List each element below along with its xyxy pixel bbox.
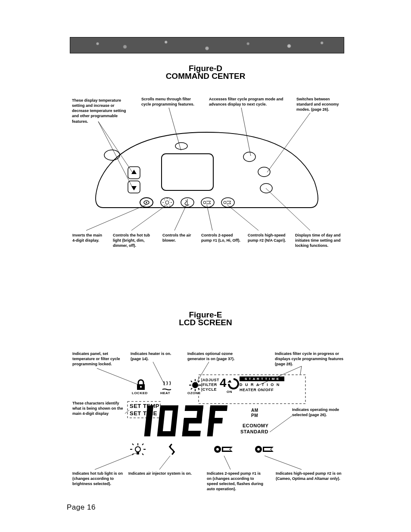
am-label: AM	[251, 408, 258, 413]
callout-locked: Indicates panel, set temperature or filt…	[72, 351, 124, 367]
cycle-label: CYCLE	[202, 387, 217, 392]
callout-heater: Indicates heater is on. (page 14).	[131, 351, 180, 361]
pump1-button[interactable]	[201, 198, 214, 207]
blank-left-button[interactable]	[104, 150, 120, 160]
callout-mode: Indicates operating mode selected (page …	[292, 407, 344, 417]
cycle-button[interactable]	[258, 167, 270, 177]
callout-time: Displays time of day and initiates time …	[295, 233, 345, 248]
svg-line-25	[164, 205, 165, 205]
svg-line-76	[142, 454, 143, 455]
callout-light: Controls the hot tub light (bright, dim,…	[113, 233, 156, 248]
ozone-icon	[189, 379, 202, 391]
time-button[interactable]	[260, 184, 272, 193]
lock-icon	[134, 379, 147, 391]
lcd-light-icon	[130, 443, 146, 457]
command-center-panel	[86, 130, 327, 221]
heat-label: HEAT	[160, 391, 170, 395]
svg-line-56	[198, 381, 199, 382]
standard-label: STANDARD	[240, 429, 268, 434]
locked-label: LOCKED	[132, 391, 148, 395]
callout-filter-program: Accesses filter cycle program mode and a…	[209, 96, 284, 107]
svg-line-37	[300, 366, 302, 374]
callout-chars: These characters identify what is being …	[72, 401, 124, 416]
svg-rect-64	[182, 431, 201, 436]
figure-e-subtitle: LCD SCREEN	[0, 318, 411, 327]
starttime-label: S T A R T T I M E	[240, 376, 284, 381]
lcd-pump2-icon	[253, 443, 277, 455]
svg-point-48	[192, 382, 198, 388]
page: Figure-D COMMAND CENTER These display te…	[0, 0, 411, 532]
on-label: ON	[227, 390, 232, 394]
svg-point-16	[146, 202, 147, 203]
lcd-pump1-icon	[212, 443, 236, 455]
svg-point-77	[169, 446, 171, 448]
invert-button[interactable]	[140, 198, 153, 207]
main-digits	[131, 402, 247, 441]
figure-d-subtitle: COMMAND CENTER	[0, 72, 411, 81]
svg-rect-11	[162, 154, 213, 190]
svg-point-30	[203, 201, 206, 204]
banner-image	[70, 37, 344, 53]
adjust-label: ADJUST	[202, 378, 219, 382]
callout-temperature: These display temperature setting and in…	[72, 98, 132, 124]
callout-lcd-pump1: Indicates 2-speed pump #1 is on (changes…	[207, 471, 265, 492]
svg-point-18	[165, 201, 169, 204]
callout-lcd-air: Indicates air injector system is on.	[128, 471, 197, 476]
callout-lcd-pump2: Indicates high-speed pump #2 is on (Came…	[276, 471, 345, 481]
svg-line-74	[142, 444, 143, 445]
svg-point-32	[224, 201, 226, 204]
duration-label: D U R A T I O N	[240, 383, 280, 387]
callout-ozone: Indicates optional ozone generator is on…	[187, 351, 243, 361]
svg-line-23	[164, 199, 165, 200]
callout-modes: Switches between standard and economy mo…	[296, 96, 344, 112]
svg-line-26	[169, 199, 170, 200]
lcd-screen: LOCKED HEAT OZONE ADJUST FILTER CYCLE | …	[128, 378, 283, 460]
page-number: Page 16	[67, 503, 96, 512]
svg-line-54	[198, 388, 199, 389]
select-button[interactable]	[175, 143, 187, 149]
svg-rect-66	[210, 405, 227, 411]
svg-point-78	[173, 451, 175, 453]
pm-label: PM	[251, 413, 258, 418]
svg-line-55	[191, 388, 192, 389]
svg-rect-67	[209, 418, 223, 423]
callout-invert: Inverts the main 4-digit display.	[72, 233, 103, 243]
lcd-air-icon	[165, 443, 178, 457]
blower-button[interactable]	[181, 198, 194, 207]
svg-point-47	[140, 386, 142, 388]
up-icon	[131, 170, 137, 174]
svg-line-73	[132, 444, 134, 445]
svg-rect-69	[137, 452, 139, 454]
cycle-number: 4	[220, 376, 227, 390]
callout-pump1: Controls 2-speed pump #1 (Lo, Hi, Off).	[201, 233, 242, 243]
callout-lcd-light: Indicates hot tub light is on (changes a…	[72, 471, 124, 486]
svg-point-68	[135, 447, 140, 452]
mode-button[interactable]	[243, 152, 255, 162]
svg-line-75	[132, 454, 134, 455]
pump2-button[interactable]	[221, 198, 234, 207]
svg-rect-57	[144, 405, 154, 436]
callout-scrolls-menu: Scrolls menu through filter cycle progra…	[141, 96, 199, 107]
callout-blower: Controls the air blower.	[162, 233, 197, 243]
light-button[interactable]	[161, 198, 174, 207]
filter-label: FILTER	[202, 383, 217, 387]
svg-point-80	[216, 448, 219, 451]
svg-line-53	[191, 381, 192, 382]
ozone-label: OZONE	[187, 391, 201, 395]
heat-icon	[160, 380, 173, 391]
svg-line-24	[169, 205, 170, 205]
svg-point-82	[257, 448, 260, 451]
cycle-arrow-icon	[227, 378, 240, 390]
economy-label: ECONOMY	[243, 423, 268, 428]
heateronoff-label: HEATER ON/OFF	[240, 388, 274, 392]
down-icon	[131, 186, 137, 190]
callout-pump2: Controls high-speed pump #2 (N/A Capri).	[248, 233, 289, 243]
callout-filter-cycle: Indicates filter cycle in progress or di…	[275, 351, 344, 367]
